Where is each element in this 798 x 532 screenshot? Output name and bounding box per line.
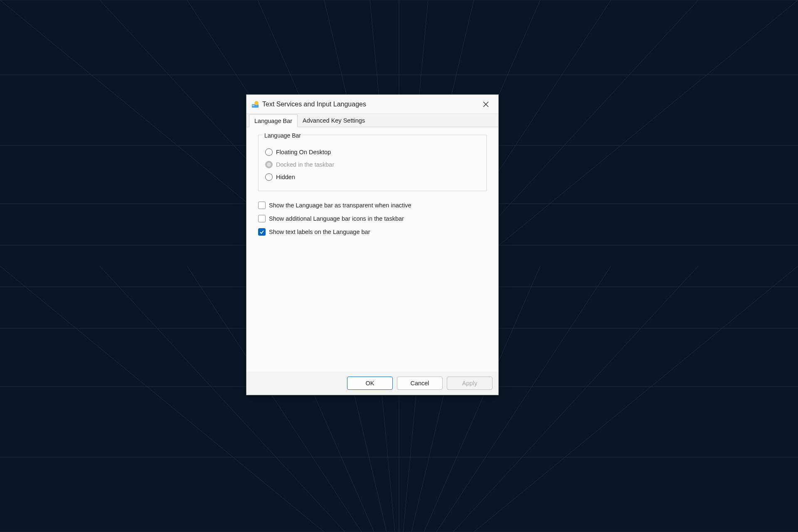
radio-icon xyxy=(265,148,273,156)
app-icon xyxy=(251,101,259,108)
text-services-dialog: Text Services and Input Languages Langua… xyxy=(246,94,499,395)
language-bar-groupbox: Language Bar Floating On Desktop Docked … xyxy=(258,135,487,191)
svg-rect-37 xyxy=(252,105,254,106)
checkbox-transparent-when-inactive[interactable]: Show the Language bar as transparent whe… xyxy=(258,199,487,212)
svg-line-24 xyxy=(474,266,798,532)
radio-label: Docked in the taskbar xyxy=(276,161,334,168)
tab-language-bar[interactable]: Language Bar xyxy=(249,114,298,127)
radio-floating-on-desktop[interactable]: Floating On Desktop xyxy=(263,146,482,158)
check-icon xyxy=(259,229,264,234)
radio-docked-in-taskbar: Docked in the taskbar xyxy=(263,158,482,171)
tab-advanced-key-settings[interactable]: Advanced Key Settings xyxy=(298,114,370,127)
checkbox-icon xyxy=(258,215,266,222)
radio-hidden[interactable]: Hidden xyxy=(263,171,482,183)
checkbox-icon xyxy=(258,202,266,209)
groupbox-legend: Language Bar xyxy=(263,132,303,139)
checkbox-additional-icons-taskbar[interactable]: Show additional Language bar icons in th… xyxy=(258,212,487,225)
radio-icon xyxy=(265,173,273,181)
dialog-footer: OK Cancel Apply xyxy=(246,372,498,395)
checkbox-label: Show the Language bar as transparent whe… xyxy=(269,202,411,209)
svg-line-23 xyxy=(474,0,798,266)
apply-button: Apply xyxy=(447,377,493,390)
tab-content: Language Bar Floating On Desktop Docked … xyxy=(246,127,498,372)
radio-label: Floating On Desktop xyxy=(276,149,331,155)
cancel-button[interactable]: Cancel xyxy=(397,377,443,390)
ok-button[interactable]: OK xyxy=(347,377,393,390)
titlebar: Text Services and Input Languages xyxy=(246,95,498,114)
checkbox-icon xyxy=(258,228,266,236)
close-icon xyxy=(483,101,489,107)
close-button[interactable] xyxy=(478,96,494,113)
checkbox-show-text-labels[interactable]: Show text labels on the Language bar xyxy=(258,225,487,239)
radio-label: Hidden xyxy=(276,174,295,180)
svg-point-36 xyxy=(254,101,259,105)
tabs: Language Bar Advanced Key Settings xyxy=(246,114,498,127)
dialog-title: Text Services and Input Languages xyxy=(262,101,478,108)
checkbox-label: Show text labels on the Language bar xyxy=(269,229,370,235)
checkbox-label: Show additional Language bar icons in th… xyxy=(269,215,404,222)
radio-icon xyxy=(265,161,273,168)
